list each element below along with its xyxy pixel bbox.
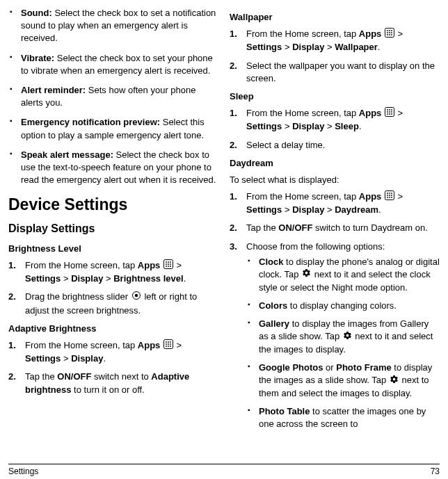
svg-point-9: [170, 266, 171, 267]
svg-point-15: [170, 341, 171, 343]
list-item: Photo Table to scatter the images one by…: [246, 405, 440, 430]
sleep-steps: 1. From the Home screen, tap Apps > Sett…: [230, 107, 440, 152]
gear-icon: [343, 331, 352, 343]
svg-point-27: [389, 32, 390, 33]
heading-wallpaper: Wallpaper: [230, 11, 440, 24]
svg-point-21: [170, 346, 171, 347]
apps-grid-icon: [163, 339, 173, 352]
svg-point-25: [391, 30, 392, 31]
list-item: 2.Select the wallpaper you want to displ…: [230, 60, 440, 85]
svg-point-7: [166, 266, 167, 267]
svg-point-4: [166, 263, 167, 265]
adaptive-steps: 1. From the Home screen, tap Apps > Sett…: [8, 339, 218, 396]
list-item: 1. From the Home screen, tap Apps > Sett…: [230, 107, 440, 133]
svg-point-47: [389, 195, 390, 196]
page-content: Sound: Select the check box to set a not…: [8, 7, 440, 460]
svg-point-31: [391, 34, 392, 35]
list-item: Google Photos or Photo Frame to display …: [246, 362, 440, 400]
svg-point-6: [170, 263, 171, 265]
list-item: Emergency notification preview: Select t…: [8, 116, 218, 141]
footer-page-number: 73: [431, 466, 440, 478]
list-item: 1. From the Home screen, tap Apps > Sett…: [230, 190, 440, 216]
svg-point-18: [170, 343, 171, 345]
svg-point-39: [387, 113, 388, 115]
svg-point-50: [389, 197, 390, 198]
svg-point-43: [387, 193, 388, 194]
svg-point-14: [168, 341, 169, 343]
svg-point-46: [387, 195, 388, 196]
svg-point-29: [387, 34, 388, 35]
brightness-slider-icon: [131, 291, 141, 304]
svg-point-23: [387, 30, 388, 31]
heading-daydream: Daydream: [230, 157, 440, 170]
list-item: Sound: Select the check box to set a not…: [8, 7, 218, 45]
list-item: 2.Select a delay time.: [230, 139, 440, 152]
svg-point-49: [387, 197, 388, 198]
gear-icon: [302, 268, 311, 281]
svg-point-40: [389, 113, 390, 115]
page-footer: Settings 73: [8, 464, 440, 478]
list-item: Clock to display the phone's analog or d…: [246, 256, 440, 294]
daydream-steps: 1. From the Home screen, tap Apps > Sett…: [230, 190, 440, 430]
list-item: Colors to display changing colors.: [246, 300, 440, 312]
wallpaper-steps: 1. From the Home screen, tap Apps > Sett…: [230, 28, 440, 85]
svg-point-48: [391, 195, 392, 196]
svg-point-17: [168, 343, 169, 345]
daydream-options: Clock to display the phone's analog or d…: [246, 256, 440, 431]
daydream-intro: To select what is displayed:: [230, 174, 440, 186]
list-item: Vibrate: Select the check box to set you…: [8, 52, 218, 77]
list-item: Alert reminder: Sets how often your phon…: [8, 84, 218, 109]
apps-grid-icon: [385, 190, 394, 204]
svg-point-19: [166, 346, 167, 347]
svg-point-16: [166, 343, 167, 345]
left-column: Sound: Select the check box to set a not…: [8, 7, 218, 460]
list-item: 2. Tap the ON/OFF switch to turn Daydrea…: [230, 222, 440, 234]
svg-point-5: [168, 263, 169, 265]
svg-point-34: [389, 109, 390, 111]
svg-point-24: [389, 30, 390, 31]
list-item: 2. Drag the brightness slider left or ri…: [8, 291, 218, 316]
svg-point-20: [168, 346, 169, 347]
svg-point-41: [391, 113, 392, 115]
list-item: 2. Tap the ON/OFF switch next to Adaptiv…: [8, 371, 218, 396]
heading-device-settings: Device Settings: [8, 193, 218, 216]
emergency-alert-list: Sound: Select the check box to set a not…: [8, 7, 218, 186]
brightness-steps: 1. From the Home screen, tap Apps > Sett…: [8, 259, 218, 317]
svg-point-36: [387, 111, 388, 113]
right-column: Wallpaper 1. From the Home screen, tap A…: [230, 7, 440, 460]
svg-point-26: [387, 32, 388, 33]
svg-point-37: [389, 111, 390, 113]
list-item: Speak alert message: Select the check bo…: [8, 149, 218, 187]
gear-icon: [390, 375, 399, 387]
footer-section: Settings: [8, 466, 38, 478]
svg-point-44: [389, 193, 390, 194]
heading-brightness-level: Brightness Level: [8, 243, 218, 255]
svg-point-1: [166, 261, 167, 263]
svg-point-28: [391, 32, 392, 33]
svg-point-13: [166, 341, 167, 343]
apps-grid-icon: [385, 28, 394, 41]
svg-point-33: [387, 109, 388, 111]
svg-point-2: [168, 261, 169, 263]
svg-point-51: [391, 197, 392, 198]
svg-point-35: [391, 109, 392, 111]
svg-point-11: [135, 294, 138, 297]
apps-grid-icon: [163, 259, 173, 273]
apps-grid-icon: [385, 107, 394, 120]
svg-point-3: [170, 261, 171, 263]
svg-point-30: [389, 34, 390, 35]
list-item: Gallery to display the images from Galle…: [246, 318, 440, 356]
list-item: 1. From the Home screen, tap Apps > Sett…: [230, 28, 440, 54]
list-item: 1. From the Home screen, tap Apps > Sett…: [8, 339, 218, 365]
heading-adaptive-brightness: Adaptive Brightness: [8, 323, 218, 335]
svg-point-45: [391, 193, 392, 194]
heading-display-settings: Display Settings: [8, 221, 218, 236]
list-item: 1. From the Home screen, tap Apps > Sett…: [8, 259, 218, 285]
list-item: 3. Choose from the following options: Cl…: [230, 241, 440, 431]
svg-point-38: [391, 111, 392, 113]
svg-point-8: [168, 266, 169, 267]
heading-sleep: Sleep: [230, 90, 440, 103]
